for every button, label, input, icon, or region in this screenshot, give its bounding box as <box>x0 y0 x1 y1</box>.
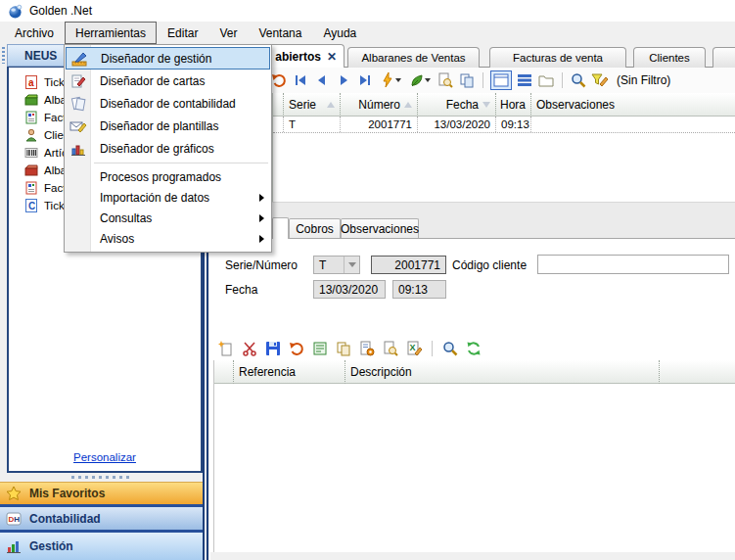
panel-gestion[interactable]: Gestión <box>0 533 205 560</box>
menuitem-consultas[interactable]: Consultas <box>65 208 271 228</box>
new-line-button[interactable] <box>217 340 235 357</box>
column-header-serie[interactable]: Serie <box>284 93 341 117</box>
notes-button[interactable] <box>311 340 329 357</box>
client-icon <box>24 128 38 142</box>
app-window: Golden .Net Archivo Herramientas Editar … <box>0 0 735 560</box>
personalize-link[interactable]: Personalizar <box>73 451 136 463</box>
undo-icon <box>289 341 304 356</box>
tab-articulos[interactable]: Artí <box>712 47 735 68</box>
print-preview-button[interactable] <box>436 71 454 89</box>
subtab-hidden-active[interactable] <box>272 217 289 239</box>
first-record-button[interactable] <box>292 71 309 89</box>
menu-editar[interactable]: Editar <box>157 22 208 44</box>
menuitem-procesos-programados[interactable]: Procesos programados <box>65 166 271 187</box>
row-selector-header <box>273 93 284 117</box>
svg-text:a: a <box>28 77 34 88</box>
main-toolbar: (Sin Filtro) <box>210 68 735 93</box>
menuitem-avisos[interactable]: Avisos <box>65 228 271 249</box>
panel-contabilidad[interactable]: DH Contabilidad <box>0 507 205 530</box>
sidebar-header-label: NEUS <box>24 49 57 63</box>
column-header-fecha[interactable]: Fecha <box>418 93 496 117</box>
sidebar-splitter[interactable] <box>0 473 203 482</box>
subtab-cobros[interactable]: Cobros <box>289 218 341 238</box>
quick-actions-button[interactable] <box>378 71 403 89</box>
copy-line-button[interactable] <box>335 340 352 357</box>
undo-line-button[interactable] <box>288 340 305 357</box>
herramientas-menu: Diseñador de gestión Diseñador de cartas… <box>64 44 272 253</box>
column-header-numero[interactable]: Número <box>341 93 418 117</box>
toolbar-separator <box>432 341 433 356</box>
fecha-field[interactable]: 13/03/2020 <box>313 280 386 299</box>
copy-button[interactable] <box>458 71 476 89</box>
column-header-hora[interactable]: Hora <box>496 93 531 117</box>
select-arrow <box>344 257 359 273</box>
tab-facturas-venta[interactable]: Facturas de venta <box>489 47 626 68</box>
ticket-blue-icon: C <box>24 199 38 212</box>
results-grid: Serie Número Fecha Hora Observaciones <box>272 93 735 202</box>
results-grid-header: Serie Número Fecha Hora Observaciones <box>273 93 735 117</box>
column-header-descripcion[interactable]: Descripción <box>345 360 660 384</box>
menuitem-disenador-plantillas[interactable]: Diseñador de plantillas <box>65 115 271 137</box>
menu-ver[interactable]: Ver <box>208 22 248 44</box>
search-lines-button[interactable] <box>441 340 459 357</box>
document-settings-button[interactable] <box>358 340 376 357</box>
red-box-icon <box>24 163 38 177</box>
cut-button[interactable] <box>241 340 258 357</box>
folder-view-button[interactable] <box>537 71 555 89</box>
menu-ayuda[interactable]: Ayuda <box>312 22 367 44</box>
next-record-button[interactable] <box>335 71 352 89</box>
dropdown-arrow-icon <box>395 78 401 82</box>
search-button[interactable] <box>570 71 587 89</box>
tab-albaranes-ventas[interactable]: Albaranes de Ventas <box>347 47 480 68</box>
lines-grid: Referencia Descripción <box>213 360 735 552</box>
numero-field[interactable]: 2001771 <box>371 256 446 274</box>
hora-field[interactable]: 09:13 <box>392 280 446 299</box>
edit-filter-button[interactable] <box>591 71 609 89</box>
list-view-toggle[interactable] <box>516 71 533 89</box>
invoice-red-icon <box>24 181 38 195</box>
last-record-button[interactable] <box>356 71 374 89</box>
column-header-observaciones[interactable]: Observaciones <box>531 93 735 117</box>
menu-archivo[interactable]: Archivo <box>4 22 65 44</box>
tab-clientes[interactable]: Clientes <box>633 47 706 68</box>
panel-mis-favoritos[interactable]: Mis Favoritos <box>0 482 205 504</box>
menuitem-importacion-datos[interactable]: Importación de datos <box>65 187 271 208</box>
list-view-icon <box>517 73 532 87</box>
refresh-button[interactable] <box>465 340 482 357</box>
undo-button[interactable] <box>270 71 288 89</box>
tab-close-icon[interactable]: ✕ <box>327 50 337 64</box>
undo-icon <box>271 72 287 88</box>
column-header-referencia[interactable]: Referencia <box>234 360 345 384</box>
filter-status-label: (Sin Filtro) <box>617 73 670 87</box>
print-preview-icon <box>437 72 453 88</box>
sort-desc-icon <box>482 102 490 108</box>
menuitem-disenador-gestion[interactable]: Diseñador de gestión <box>66 47 270 70</box>
previous-record-icon <box>314 72 330 88</box>
new-document-icon <box>218 341 234 356</box>
menu-ventana[interactable]: Ventana <box>248 22 312 44</box>
menu-herramientas[interactable]: Herramientas <box>65 22 157 44</box>
menuitem-disenador-cartas[interactable]: Diseñador de cartas <box>65 70 271 92</box>
barcode-icon <box>24 146 38 160</box>
card-view-toggle[interactable] <box>490 70 512 90</box>
codigo-cliente-label: Código cliente <box>452 258 527 272</box>
eco-view-button[interactable] <box>407 71 433 89</box>
design-accounting-icon <box>70 96 86 112</box>
preview-line-button[interactable] <box>382 340 399 357</box>
serie-select[interactable]: T <box>313 256 360 274</box>
menuitem-disenador-contabilidad[interactable]: Diseñador de contabilidad <box>65 92 271 115</box>
save-button[interactable] <box>264 340 282 357</box>
copy-icon <box>459 72 475 88</box>
search-icon <box>571 72 586 88</box>
first-record-icon <box>293 72 308 88</box>
codigo-cliente-input[interactable] <box>537 255 729 274</box>
menuitem-disenador-graficos[interactable]: Diseñador de gráficos <box>65 137 271 160</box>
bottom-strip <box>210 552 735 560</box>
main-area: abiertos ✕ Albaranes de Ventas Facturas … <box>210 44 735 560</box>
export-excel-button[interactable]: X <box>405 340 423 357</box>
sidebar-drag-handle[interactable] <box>2 47 5 64</box>
row-selector[interactable] <box>273 117 284 132</box>
subtab-observaciones[interactable]: Observaciones <box>341 218 419 238</box>
table-row[interactable]: T 2001771 13/03/2020 09:13 <box>273 117 735 133</box>
previous-record-button[interactable] <box>313 71 331 89</box>
